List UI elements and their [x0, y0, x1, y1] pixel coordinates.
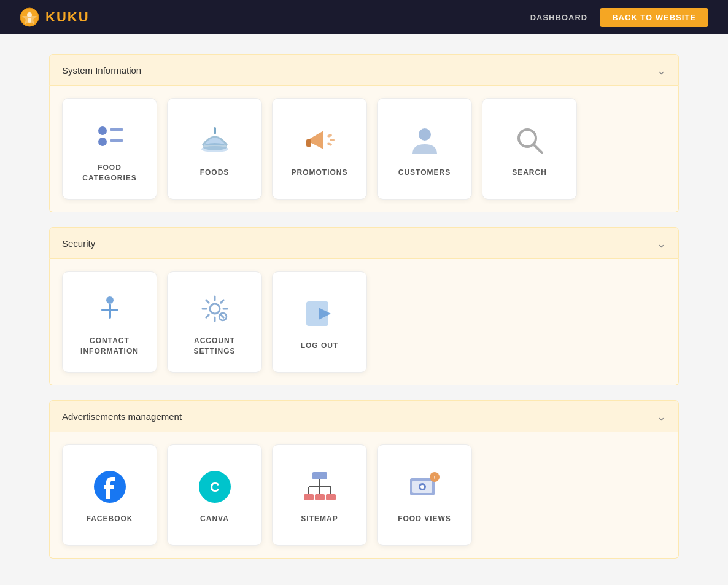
system-information-title: System Information [62, 65, 141, 76]
svg-rect-11 [306, 139, 311, 147]
dashboard-button[interactable]: DASHBOARD [530, 13, 588, 22]
search-card[interactable]: SEARCH [482, 98, 577, 200]
facebook-label: FACEBOOK [86, 514, 133, 524]
customers-card[interactable]: CUSTOMERS [377, 98, 472, 200]
canva-card[interactable]: C CANVA [167, 444, 262, 546]
security-title: Security [62, 238, 95, 249]
advertisements-management-section: Advertisements management ⌃ FACEBOOK [49, 400, 679, 559]
svg-rect-39 [315, 494, 325, 500]
sitemap-icon [301, 468, 338, 505]
food-categories-card[interactable]: FOODCATEGORIES [62, 98, 157, 200]
svg-line-28 [220, 300, 223, 303]
advertisements-card-grid: FACEBOOK C CANVA [62, 444, 666, 546]
svg-rect-6 [110, 128, 123, 131]
svg-rect-7 [110, 139, 123, 142]
svg-rect-40 [326, 494, 336, 500]
log-out-card[interactable]: LOG OUT [272, 271, 367, 373]
contact-information-icon [91, 290, 128, 327]
customers-label: CUSTOMERS [398, 168, 451, 178]
svg-point-2 [27, 12, 32, 17]
security-chevron-icon: ⌃ [657, 236, 666, 250]
foods-label: FOODS [200, 168, 230, 178]
kuku-logo-icon [20, 7, 39, 27]
advertisements-management-header[interactable]: Advertisements management ⌃ [49, 400, 679, 432]
system-information-header[interactable]: System Information ⌃ [49, 54, 679, 86]
svg-point-12 [327, 134, 332, 138]
promotions-icon [301, 122, 338, 159]
log-out-label: LOG OUT [301, 341, 339, 351]
svg-point-4 [98, 126, 107, 135]
canva-label: CANVA [200, 514, 229, 524]
security-header[interactable]: Security ⌃ [49, 227, 679, 259]
log-out-icon [301, 295, 338, 332]
system-information-body: FOODCATEGORIES FOODS [49, 86, 679, 212]
svg-point-18 [106, 296, 114, 304]
chevron-up-icon: ⌃ [657, 63, 666, 77]
svg-rect-38 [304, 494, 314, 500]
customers-icon [406, 122, 443, 159]
security-body: CONTACTINFORMATION [49, 259, 679, 385]
foods-card[interactable]: FOODS [167, 98, 262, 200]
food-categories-label: FOODCATEGORIES [82, 163, 136, 184]
advertisements-management-title: Advertisements management [62, 411, 182, 422]
svg-rect-9 [214, 127, 216, 134]
food-views-card[interactable]: ! FOOD VIEWS [377, 444, 472, 546]
svg-line-29 [206, 315, 208, 317]
system-information-card-grid: FOODCATEGORIES FOODS [62, 98, 666, 200]
facebook-icon [91, 468, 128, 505]
svg-point-10 [203, 143, 227, 150]
header-nav: DASHBOARD BACK TO WEBSITE [530, 8, 708, 27]
search-label: SEARCH [512, 168, 547, 178]
promotions-label: PROMOTIONS [291, 168, 347, 178]
ads-chevron-icon: ⌃ [657, 409, 666, 423]
system-information-section: System Information ⌃ FOODCATEGORIES [49, 54, 679, 212]
canva-icon: C [196, 468, 233, 505]
account-settings-label: ACCOUNTSETTINGS [193, 336, 235, 357]
logo[interactable]: KUKU [20, 7, 90, 27]
facebook-card[interactable]: FACEBOOK [62, 444, 157, 546]
svg-line-27 [220, 315, 223, 317]
svg-rect-3 [28, 18, 31, 23]
security-card-grid: CONTACTINFORMATION [62, 271, 666, 373]
contact-information-card[interactable]: CONTACTINFORMATION [62, 271, 157, 373]
food-views-icon: ! [406, 468, 443, 505]
header: KUKU DASHBOARD BACK TO WEBSITE [0, 0, 728, 34]
svg-point-13 [330, 139, 335, 141]
svg-text:!: ! [433, 475, 435, 481]
svg-line-26 [206, 300, 208, 303]
svg-rect-37 [312, 472, 327, 479]
logo-text: KUKU [45, 9, 90, 25]
foods-icon [196, 122, 233, 159]
contact-information-label: CONTACTINFORMATION [80, 336, 139, 357]
svg-point-5 [98, 138, 107, 146]
promotions-card[interactable]: PROMOTIONS [272, 98, 367, 200]
search-icon [511, 122, 548, 159]
security-section: Security ⌃ CONTACTINFORMATION [49, 227, 679, 385]
svg-point-21 [210, 304, 220, 314]
svg-line-17 [533, 144, 542, 153]
svg-point-49 [420, 485, 424, 489]
svg-text:C: C [210, 479, 220, 495]
food-views-label: FOOD VIEWS [398, 514, 451, 524]
account-settings-card[interactable]: ACCOUNTSETTINGS [167, 271, 262, 373]
sitemap-card[interactable]: SITEMAP [272, 444, 367, 546]
advertisements-management-body: FACEBOOK C CANVA [49, 432, 679, 559]
main-content: System Information ⌃ FOODCATEGORIES [0, 34, 728, 585]
svg-point-15 [419, 128, 431, 141]
svg-point-14 [327, 142, 332, 146]
food-categories-icon [91, 117, 128, 154]
back-to-website-button[interactable]: BACK TO WEBSITE [600, 8, 708, 27]
sitemap-label: SITEMAP [301, 514, 338, 524]
account-settings-icon [196, 290, 233, 327]
